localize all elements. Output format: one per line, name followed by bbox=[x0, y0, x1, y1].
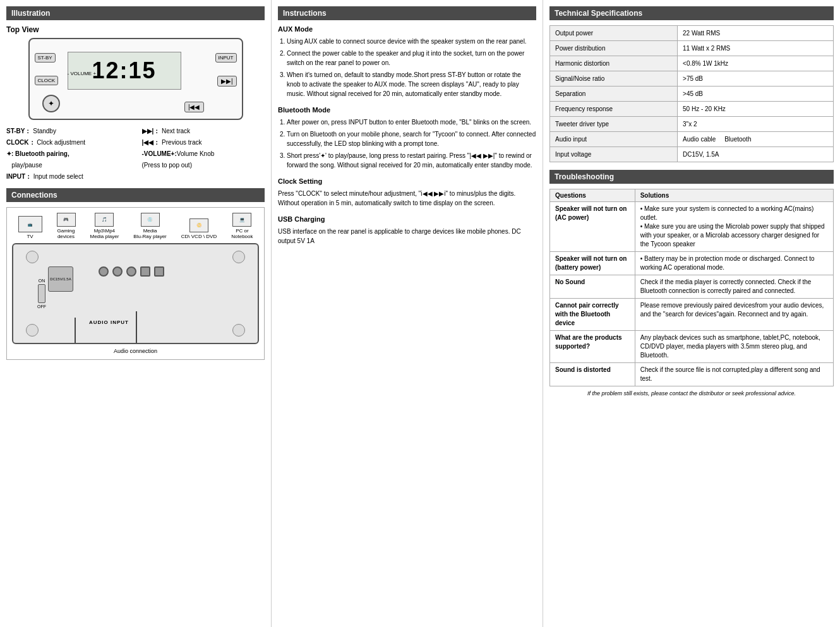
trouble-q-products: What are the products supported? bbox=[550, 331, 635, 363]
pc-icon: 💻 bbox=[232, 213, 251, 227]
speaker-rear-panel: ON OFF DC15V/1.5A AUDIO INPUT bbox=[12, 243, 259, 344]
trouble-tbody: Speaker will not turn on (AC power) • Ma… bbox=[550, 202, 834, 386]
spec-value-voltage: DC15V, 1.5A bbox=[678, 147, 834, 162]
stby-button-diagram: ST-BY bbox=[35, 53, 56, 63]
audio-jacks bbox=[99, 266, 164, 277]
trouble-q-no-sound: No Sound bbox=[550, 275, 635, 299]
usb-mode-title: USB Charging bbox=[278, 215, 536, 223]
clock-step: Press "CLOCK" to select minute/hour adju… bbox=[278, 189, 536, 208]
legend: ST-BY： Standby ▶▶|： Next track CLOCK： Cl… bbox=[6, 126, 265, 182]
clock-button-diagram: CLOCK bbox=[35, 76, 59, 85]
on-label: ON bbox=[37, 278, 46, 283]
spec-param-power-dist: Power distribution bbox=[550, 41, 678, 56]
spec-param-output-power: Output power bbox=[550, 26, 678, 41]
connections-header: Connections bbox=[6, 188, 265, 202]
spec-row-snr: Signal/Noise ratio >75 dB bbox=[550, 71, 834, 87]
right-column: Technical Specifications Output power 22… bbox=[543, 0, 840, 627]
audio-connection-label: Audio connection bbox=[12, 348, 259, 354]
cd-icon: 📀 bbox=[189, 218, 208, 232]
device-cd: 📀 CD\ VCD \ DVD bbox=[181, 218, 217, 239]
spec-row-voltage: Input voltage DC15V, 1.5A bbox=[550, 147, 834, 162]
specs-header: Technical Specifications bbox=[549, 6, 834, 20]
spec-row-power-dist: Power distribution 11 Watt x 2 RMS bbox=[550, 41, 834, 56]
spec-row-output-power: Output power 22 Watt RMS bbox=[550, 26, 834, 41]
specs-table-body: Output power 22 Watt RMS Power distribut… bbox=[550, 26, 834, 162]
input-button-diagram: INPUT bbox=[215, 53, 237, 63]
next-button-diagram: ▶▶| bbox=[217, 76, 237, 87]
foot-bottom-right bbox=[232, 324, 245, 337]
jack-4 bbox=[140, 266, 150, 277]
trouble-s-distorted: Check if the source file is not corrupte… bbox=[635, 363, 833, 386]
aux-step-2: Connect the power cable to the speaker a… bbox=[287, 49, 536, 68]
trouble-s-battery: • Battery may be in protection mode or d… bbox=[635, 252, 833, 275]
off-label: OFF bbox=[37, 304, 46, 309]
spec-param-voltage: Input voltage bbox=[550, 147, 678, 162]
trouble-s-no-sound: Check if the media player is correctly c… bbox=[635, 275, 833, 299]
trouble-header-row: Questions Solutions bbox=[550, 189, 834, 202]
trouble-thead: Questions Solutions bbox=[550, 189, 834, 202]
device-pc-label: PC orNotebook bbox=[231, 228, 253, 239]
device-tv-label: TV bbox=[27, 234, 33, 239]
trouble-footer-note: If the problem still exists, please cont… bbox=[549, 390, 834, 397]
trouble-s-ac-power: • Make sure your system is connected to … bbox=[635, 202, 833, 252]
legend-item-input: INPUT： Input mode select bbox=[6, 172, 129, 182]
illustration-header: Illustration bbox=[6, 6, 265, 20]
spec-row-separation: Separation >45 dB bbox=[550, 87, 834, 102]
device-pc: 💻 PC orNotebook bbox=[231, 213, 253, 239]
jack-1 bbox=[99, 266, 109, 277]
spec-param-separation: Separation bbox=[550, 87, 678, 102]
instructions-header: Instructions bbox=[278, 6, 536, 20]
bt-step-3: Short press'✦' to play/pause, long press… bbox=[287, 151, 536, 170]
trouble-row-distorted: Sound is distorted Check if the source f… bbox=[550, 363, 834, 386]
speaker-diagram: ST-BY INPUT 12:15 CLOCK - VOLUME + ▶▶| ✦… bbox=[28, 38, 243, 120]
aux-steps: Using AUX cable to connect source device… bbox=[278, 37, 536, 99]
trouble-q-distorted: Sound is distorted bbox=[550, 363, 635, 386]
foot-bottom-left bbox=[26, 324, 39, 337]
trouble-q-pairing: Cannot pair correctly with the Bluetooth… bbox=[550, 299, 635, 331]
clock-mode-title: Clock Setting bbox=[278, 177, 536, 185]
foot-top-right bbox=[232, 251, 245, 263]
mp3-icon: 🎵 bbox=[95, 213, 114, 227]
spec-row-audio-input: Audio input Audio cable Bluetooth bbox=[550, 132, 834, 147]
col-solutions: Solutions bbox=[635, 189, 833, 202]
trouble-row-ac-power: Speaker will not turn on (AC power) • Ma… bbox=[550, 202, 834, 252]
device-mp3: 🎵 Mp3\Mp4Media player bbox=[90, 213, 119, 239]
device-tv: 📺 TV bbox=[18, 216, 42, 239]
switch-visual bbox=[38, 284, 45, 303]
spec-param-snr: Signal/Noise ratio bbox=[550, 71, 678, 87]
bt-step-1: After power on, press INPUT button to en… bbox=[287, 117, 536, 127]
trouble-row-no-sound: No Sound Check if the media player is co… bbox=[550, 275, 834, 299]
bt-mode-title: Bluetooth Mode bbox=[278, 106, 536, 114]
bt-step-2: Turn on Bluetooth on your mobile phone, … bbox=[287, 129, 536, 148]
on-off-switch-area: ON OFF bbox=[37, 278, 46, 309]
trouble-row-pairing: Cannot pair correctly with the Bluetooth… bbox=[550, 299, 834, 331]
spec-value-harmonic: <0.8% 1W 1kHz bbox=[678, 56, 834, 71]
trouble-row-products: What are the products supported? Any pla… bbox=[550, 331, 834, 363]
audio-input-label: AUDIO INPUT bbox=[89, 319, 129, 325]
spec-value-audio-input: Audio cable Bluetooth bbox=[678, 132, 834, 147]
legend-item-volume: -VOLUME+:Volume Knob bbox=[142, 149, 265, 159]
cable-line-2 bbox=[75, 318, 76, 343]
legend-item-clock: CLOCK： Clock adjustment bbox=[6, 138, 129, 148]
foot-top-left bbox=[26, 251, 39, 263]
spec-value-tweeter: 3"x 2 bbox=[678, 117, 834, 132]
aux-mode-title: AUX Mode bbox=[278, 25, 536, 33]
usb-step: USB interface on the rear panel is appli… bbox=[278, 227, 536, 246]
device-media: 💿 MediaBlu-Ray player bbox=[133, 213, 166, 239]
spec-param-audio-input: Audio input bbox=[550, 132, 678, 147]
legend-item-bt: ✦: Bluetooth pairing, bbox=[6, 149, 129, 159]
spec-row-harmonic: Harmonic distortion <0.8% 1W 1kHz bbox=[550, 56, 834, 71]
bluetooth-button-diagram: ✦ bbox=[42, 95, 60, 112]
specs-table: Output power 22 Watt RMS Power distribut… bbox=[549, 25, 834, 162]
device-media-label: MediaBlu-Ray player bbox=[133, 228, 166, 239]
spec-row-tweeter: Tweeter driver type 3"x 2 bbox=[550, 117, 834, 132]
spec-value-freq: 50 Hz - 20 KHz bbox=[678, 102, 834, 117]
legend-item-stby: ST-BY： Standby bbox=[6, 126, 129, 136]
trouble-s-products: Any playback devices such as smartphone,… bbox=[635, 331, 833, 363]
trouble-q-battery: Speaker will not turn on (battery power) bbox=[550, 252, 635, 275]
legend-item-next: ▶▶|： Next track bbox=[142, 126, 265, 136]
trouble-row-battery: Speaker will not turn on (battery power)… bbox=[550, 252, 834, 275]
troubleshooting-header: Troubleshooting bbox=[549, 170, 834, 184]
legend-item-prev: |◀◀： Previous track bbox=[142, 138, 265, 148]
volume-label: - VOLUME + bbox=[68, 71, 97, 76]
